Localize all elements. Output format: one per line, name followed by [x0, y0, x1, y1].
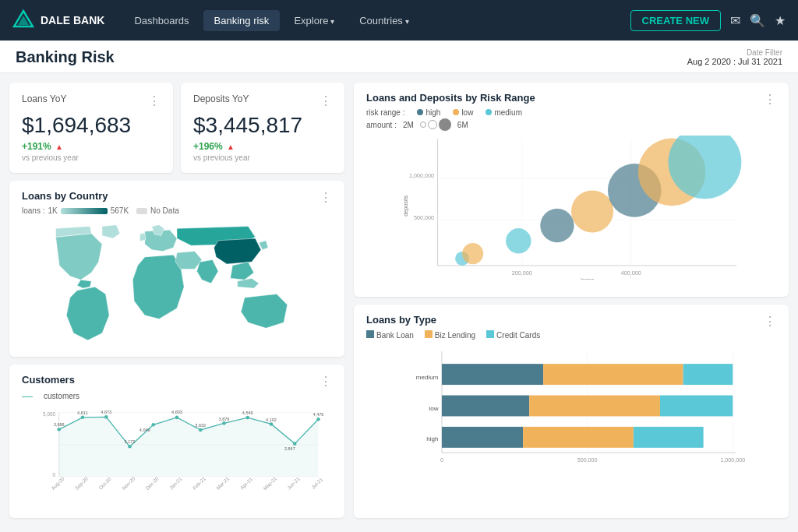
nav-links: Dashboards Banking risk Explore Countrie… — [123, 10, 721, 31]
date-filter[interactable]: Date Filter Aug 2 2020 : Jul 31 2021 — [687, 48, 782, 66]
svg-text:high: high — [426, 435, 438, 442]
svg-text:Jun-21: Jun-21 — [286, 476, 301, 491]
loans-yoy-label: Loans YoY — [22, 93, 66, 104]
svg-text:4,611: 4,611 — [77, 410, 88, 415]
svg-text:400,000: 400,000 — [621, 270, 641, 277]
logo[interactable]: DALE BANK — [12, 9, 104, 31]
svg-text:Jan-21: Jan-21 — [168, 476, 183, 491]
deposits-yoy-menu[interactable]: ⋮ — [320, 93, 332, 108]
nav-explore[interactable]: Explore — [283, 10, 345, 31]
svg-text:4,102: 4,102 — [266, 417, 277, 422]
nav-icon-group: ✉ 🔍 ★ — [730, 13, 786, 28]
svg-text:deposits: deposits — [402, 195, 409, 216]
bar-menu[interactable]: ⋮ — [764, 314, 776, 329]
map-nodata-swatch — [136, 208, 147, 214]
svg-point-12 — [128, 445, 132, 449]
map-legend-high: 567K — [111, 206, 129, 215]
mail-icon[interactable]: ✉ — [730, 13, 740, 28]
svg-text:5,000: 5,000 — [43, 411, 55, 417]
bar-low-bank — [442, 395, 529, 416]
deposits-yoy-change: +196% ▲ — [193, 141, 332, 152]
svg-text:loans: loans — [581, 277, 595, 280]
svg-text:Nov-20: Nov-20 — [121, 475, 136, 491]
bar-low-credit — [660, 395, 733, 416]
svg-point-16 — [222, 421, 226, 425]
map-menu[interactable]: ⋮ — [320, 190, 332, 205]
scatter-menu[interactable]: ⋮ — [764, 92, 776, 107]
scatter-card: Loans and Deposits by Risk Range risk ra… — [354, 83, 789, 297]
create-new-button[interactable]: CREATE NEW — [630, 10, 721, 31]
svg-point-9 — [57, 428, 61, 432]
loans-yoy-menu[interactable]: ⋮ — [148, 93, 161, 108]
svg-point-19 — [293, 442, 297, 446]
star-icon[interactable]: ★ — [775, 13, 786, 28]
svg-text:200,000: 200,000 — [512, 270, 532, 277]
svg-text:0: 0 — [440, 456, 443, 463]
customers-title: Customers — [22, 374, 79, 386]
map-gradient — [61, 208, 108, 214]
svg-text:0: 0 — [53, 472, 56, 477]
search-icon[interactable]: 🔍 — [750, 13, 765, 28]
bar-high-bank — [442, 426, 523, 447]
bar-medium-bank — [442, 364, 543, 385]
page-title: Banking Risk — [16, 48, 115, 66]
svg-point-13 — [151, 423, 155, 427]
bar-legend-biz: Biz Lending — [425, 330, 475, 340]
kpi-row: Loans YoY ⋮ $1,694,683 +191% ▲ vs previo… — [9, 83, 344, 173]
svg-text:Jul-21: Jul-21 — [310, 476, 324, 490]
svg-text:Mar-21: Mar-21 — [215, 475, 231, 491]
svg-text:low: low — [429, 405, 438, 412]
scatter-legend-medium: medium — [486, 108, 522, 117]
svg-text:4,603: 4,603 — [171, 410, 182, 414]
svg-text:4,673: 4,673 — [101, 410, 111, 414]
nav-banking-risk[interactable]: Banking risk — [203, 10, 281, 31]
svg-text:Oct-20: Oct-20 — [97, 476, 112, 491]
svg-text:May-21: May-21 — [262, 475, 278, 491]
bar-legend-bank: Bank Loan — [366, 330, 414, 340]
world-map-svg — [22, 223, 332, 347]
svg-point-15 — [199, 428, 203, 432]
map-legend: loans : 1K 567K No Data — [22, 206, 179, 215]
deposits-yoy-value: $3,445,817 — [193, 113, 332, 138]
customers-chart-svg: 5,000 0 — [22, 409, 332, 495]
scatter-amount-legend: amount : 2M 6M — [366, 118, 535, 131]
svg-point-11 — [104, 415, 108, 419]
svg-marker-8 — [59, 417, 319, 477]
svg-point-17 — [245, 416, 249, 420]
loans-yoy-value: $1,694,683 — [22, 113, 161, 138]
scatter-svg: 1,000,000 500,000 200,000 400,000 loans … — [366, 136, 776, 280]
nav-dashboards[interactable]: Dashboards — [123, 10, 200, 31]
main-content: Loans YoY ⋮ $1,694,683 +191% ▲ vs previo… — [0, 73, 798, 527]
loans-by-country-card: Loans by Country loans : 1K 567K No Data… — [9, 181, 344, 357]
customers-card: Customers — customers ⋮ 5,000 0 — [9, 365, 344, 518]
svg-point-18 — [270, 422, 274, 426]
deposits-yoy-card: Deposits YoY ⋮ $3,445,817 +196% ▲ vs pre… — [181, 83, 344, 173]
svg-point-61 — [571, 190, 613, 232]
bar-legend-credit: Credit Cards — [486, 330, 540, 340]
bar-medium-credit — [683, 364, 733, 385]
svg-point-58 — [462, 243, 483, 264]
page-header: Banking Risk Date Filter Aug 2 2020 : Ju… — [0, 41, 798, 73]
scatter-legend-low: low — [453, 108, 473, 117]
loans-yoy-sub: vs previous year — [22, 153, 161, 162]
nav-countries[interactable]: Countries — [348, 10, 419, 31]
logo-icon — [12, 9, 34, 31]
svg-text:3,688: 3,688 — [54, 422, 65, 427]
bar-medium-biz — [543, 364, 683, 385]
scatter-legend-high: high — [417, 108, 440, 117]
deposits-yoy-label: Deposits YoY — [193, 93, 249, 104]
navbar: DALE BANK Dashboards Banking risk Explor… — [0, 0, 798, 41]
scatter-legend: risk range : high low medium — [366, 108, 535, 117]
svg-text:Feb-21: Feb-21 — [192, 475, 207, 491]
svg-text:Apr-21: Apr-21 — [239, 476, 255, 491]
customers-legend: — customers — [22, 390, 79, 401]
svg-text:500,000: 500,000 — [414, 214, 434, 221]
svg-point-60 — [540, 209, 574, 242]
bar-high-credit — [634, 426, 704, 447]
loans-by-type-card: Loans by Type Bank Loan Biz Lending Cred… — [354, 305, 789, 519]
customers-menu[interactable]: ⋮ — [320, 374, 332, 389]
svg-text:3,879: 3,879 — [219, 417, 230, 421]
svg-text:4,476: 4,476 — [313, 412, 324, 417]
map-legend-nodata: No Data — [150, 206, 179, 215]
svg-text:Aug-20: Aug-20 — [50, 475, 66, 491]
